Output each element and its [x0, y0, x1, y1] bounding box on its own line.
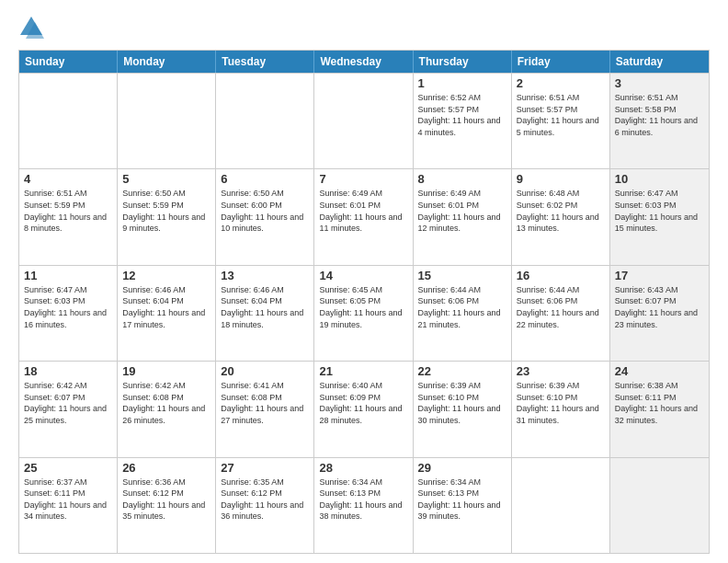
day-number: 5 [122, 172, 210, 186]
day-info: Sunrise: 6:46 AM Sunset: 6:04 PM Dayligh… [122, 284, 210, 330]
cal-cell-19: 19Sunrise: 6:42 AM Sunset: 6:08 PM Dayli… [118, 362, 216, 456]
day-number: 10 [615, 172, 704, 186]
header-cell-friday: Friday [512, 51, 610, 73]
page: SundayMondayTuesdayWednesdayThursdayFrid… [0, 0, 728, 563]
cal-cell-21: 21Sunrise: 6:40 AM Sunset: 6:09 PM Dayli… [314, 362, 413, 456]
day-info: Sunrise: 6:42 AM Sunset: 6:07 PM Dayligh… [24, 380, 112, 426]
cal-cell-empty-4-5 [512, 458, 610, 553]
header-cell-wednesday: Wednesday [314, 51, 413, 73]
day-info: Sunrise: 6:49 AM Sunset: 6:01 PM Dayligh… [319, 188, 407, 234]
cal-cell-16: 16Sunrise: 6:44 AM Sunset: 6:06 PM Dayli… [512, 266, 610, 361]
day-info: Sunrise: 6:36 AM Sunset: 6:12 PM Dayligh… [122, 477, 210, 523]
cal-cell-29: 29Sunrise: 6:34 AM Sunset: 6:13 PM Dayli… [414, 458, 512, 553]
day-number: 7 [319, 172, 407, 186]
day-info: Sunrise: 6:42 AM Sunset: 6:08 PM Dayligh… [122, 380, 210, 426]
week-row-4: 25Sunrise: 6:37 AM Sunset: 6:11 PM Dayli… [19, 457, 709, 553]
day-info: Sunrise: 6:47 AM Sunset: 6:03 PM Dayligh… [615, 188, 704, 234]
day-info: Sunrise: 6:44 AM Sunset: 6:06 PM Dayligh… [517, 284, 605, 330]
day-number: 14 [319, 269, 407, 282]
logo [18, 15, 48, 40]
day-info: Sunrise: 6:50 AM Sunset: 5:59 PM Dayligh… [122, 188, 210, 234]
cal-cell-15: 15Sunrise: 6:44 AM Sunset: 6:06 PM Dayli… [414, 266, 512, 361]
day-info: Sunrise: 6:48 AM Sunset: 6:02 PM Dayligh… [517, 188, 605, 234]
day-number: 19 [122, 364, 210, 378]
cal-cell-6: 6Sunrise: 6:50 AM Sunset: 6:00 PM Daylig… [216, 169, 314, 264]
day-number: 28 [319, 461, 407, 475]
day-number: 13 [221, 269, 309, 282]
day-number: 21 [319, 364, 407, 378]
cal-cell-4: 4Sunrise: 6:51 AM Sunset: 5:59 PM Daylig… [19, 169, 118, 264]
day-info: Sunrise: 6:45 AM Sunset: 6:05 PM Dayligh… [319, 284, 407, 330]
day-number: 24 [615, 364, 704, 378]
cal-cell-18: 18Sunrise: 6:42 AM Sunset: 6:07 PM Dayli… [19, 362, 118, 456]
day-info: Sunrise: 6:34 AM Sunset: 6:13 PM Dayligh… [319, 477, 407, 523]
day-info: Sunrise: 6:44 AM Sunset: 6:06 PM Dayligh… [418, 284, 506, 330]
week-row-2: 11Sunrise: 6:47 AM Sunset: 6:03 PM Dayli… [19, 265, 709, 361]
day-number: 27 [221, 461, 309, 475]
day-info: Sunrise: 6:52 AM Sunset: 5:57 PM Dayligh… [418, 92, 506, 138]
cal-cell-28: 28Sunrise: 6:34 AM Sunset: 6:13 PM Dayli… [314, 458, 413, 553]
calendar-header-row: SundayMondayTuesdayWednesdayThursdayFrid… [19, 51, 709, 73]
week-row-3: 18Sunrise: 6:42 AM Sunset: 6:07 PM Dayli… [19, 361, 709, 456]
cal-cell-11: 11Sunrise: 6:47 AM Sunset: 6:03 PM Dayli… [19, 266, 118, 361]
day-number: 4 [24, 172, 112, 186]
day-number: 3 [615, 76, 704, 90]
cal-cell-9: 9Sunrise: 6:48 AM Sunset: 6:02 PM Daylig… [512, 169, 610, 264]
header [18, 15, 710, 40]
cal-cell-empty-0-2 [216, 74, 314, 168]
day-info: Sunrise: 6:43 AM Sunset: 6:07 PM Dayligh… [615, 284, 704, 330]
day-info: Sunrise: 6:41 AM Sunset: 6:08 PM Dayligh… [221, 380, 309, 426]
day-info: Sunrise: 6:47 AM Sunset: 6:03 PM Dayligh… [24, 284, 112, 330]
cal-cell-23: 23Sunrise: 6:39 AM Sunset: 6:10 PM Dayli… [512, 362, 610, 456]
day-info: Sunrise: 6:37 AM Sunset: 6:11 PM Dayligh… [24, 477, 112, 523]
cal-cell-empty-4-6 [610, 458, 709, 553]
day-info: Sunrise: 6:51 AM Sunset: 5:57 PM Dayligh… [517, 92, 605, 138]
calendar: SundayMondayTuesdayWednesdayThursdayFrid… [18, 50, 710, 554]
day-number: 11 [24, 269, 112, 282]
day-info: Sunrise: 6:51 AM Sunset: 5:59 PM Dayligh… [24, 188, 112, 234]
day-number: 26 [122, 461, 210, 475]
logo-icon [18, 15, 44, 40]
header-cell-saturday: Saturday [610, 51, 709, 73]
day-number: 18 [24, 364, 112, 378]
week-row-1: 4Sunrise: 6:51 AM Sunset: 5:59 PM Daylig… [19, 168, 709, 264]
cal-cell-17: 17Sunrise: 6:43 AM Sunset: 6:07 PM Dayli… [610, 266, 709, 361]
header-cell-monday: Monday [118, 51, 216, 73]
cal-cell-26: 26Sunrise: 6:36 AM Sunset: 6:12 PM Dayli… [118, 458, 216, 553]
day-number: 23 [517, 364, 605, 378]
cal-cell-empty-0-0 [19, 74, 118, 168]
cal-cell-empty-0-1 [118, 74, 216, 168]
day-number: 9 [517, 172, 605, 186]
cal-cell-22: 22Sunrise: 6:39 AM Sunset: 6:10 PM Dayli… [414, 362, 512, 456]
day-info: Sunrise: 6:49 AM Sunset: 6:01 PM Dayligh… [418, 188, 506, 234]
cal-cell-empty-0-3 [314, 74, 413, 168]
cal-cell-25: 25Sunrise: 6:37 AM Sunset: 6:11 PM Dayli… [19, 458, 118, 553]
cal-cell-8: 8Sunrise: 6:49 AM Sunset: 6:01 PM Daylig… [414, 169, 512, 264]
day-info: Sunrise: 6:35 AM Sunset: 6:12 PM Dayligh… [221, 477, 309, 523]
cal-cell-1: 1Sunrise: 6:52 AM Sunset: 5:57 PM Daylig… [414, 74, 512, 168]
day-info: Sunrise: 6:46 AM Sunset: 6:04 PM Dayligh… [221, 284, 309, 330]
cal-cell-10: 10Sunrise: 6:47 AM Sunset: 6:03 PM Dayli… [610, 169, 709, 264]
header-cell-thursday: Thursday [414, 51, 512, 73]
week-row-0: 1Sunrise: 6:52 AM Sunset: 5:57 PM Daylig… [19, 73, 709, 168]
day-number: 22 [418, 364, 506, 378]
day-info: Sunrise: 6:38 AM Sunset: 6:11 PM Dayligh… [615, 380, 704, 426]
cal-cell-3: 3Sunrise: 6:51 AM Sunset: 5:58 PM Daylig… [610, 74, 709, 168]
cal-cell-27: 27Sunrise: 6:35 AM Sunset: 6:12 PM Dayli… [216, 458, 314, 553]
day-info: Sunrise: 6:39 AM Sunset: 6:10 PM Dayligh… [418, 380, 506, 426]
day-info: Sunrise: 6:34 AM Sunset: 6:13 PM Dayligh… [418, 477, 506, 523]
day-number: 6 [221, 172, 309, 186]
day-number: 20 [221, 364, 309, 378]
cal-cell-14: 14Sunrise: 6:45 AM Sunset: 6:05 PM Dayli… [314, 266, 413, 361]
day-number: 12 [122, 269, 210, 282]
cal-cell-7: 7Sunrise: 6:49 AM Sunset: 6:01 PM Daylig… [314, 169, 413, 264]
day-number: 29 [418, 461, 506, 475]
day-info: Sunrise: 6:51 AM Sunset: 5:58 PM Dayligh… [615, 92, 704, 138]
day-info: Sunrise: 6:39 AM Sunset: 6:10 PM Dayligh… [517, 380, 605, 426]
cal-cell-13: 13Sunrise: 6:46 AM Sunset: 6:04 PM Dayli… [216, 266, 314, 361]
day-number: 16 [517, 269, 605, 282]
cal-cell-20: 20Sunrise: 6:41 AM Sunset: 6:08 PM Dayli… [216, 362, 314, 456]
cal-cell-24: 24Sunrise: 6:38 AM Sunset: 6:11 PM Dayli… [610, 362, 709, 456]
day-number: 25 [24, 461, 112, 475]
cal-cell-2: 2Sunrise: 6:51 AM Sunset: 5:57 PM Daylig… [512, 74, 610, 168]
